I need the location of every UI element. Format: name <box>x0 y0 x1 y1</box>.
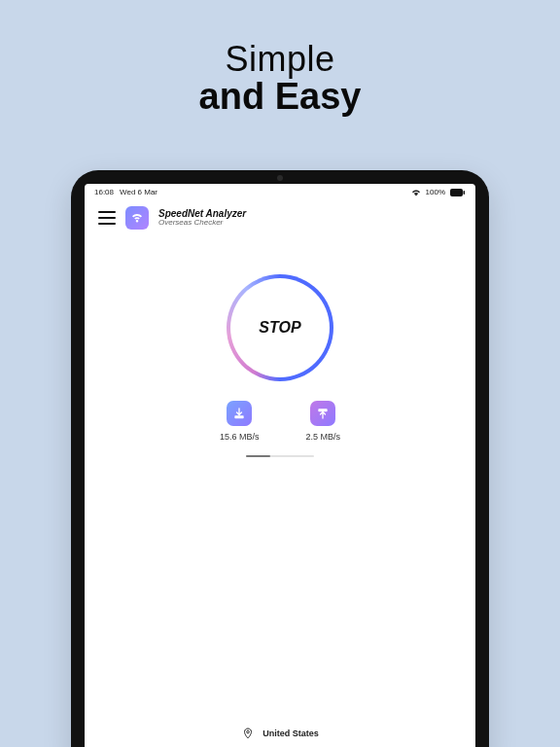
upload-icon <box>310 401 335 426</box>
promo-line1: Simple <box>0 39 560 80</box>
menu-button[interactable] <box>98 211 116 225</box>
location-row[interactable]: United States <box>241 727 319 740</box>
app-subtitle: Overseas Checker <box>158 219 246 228</box>
wifi-icon <box>411 189 421 196</box>
main-area: STOP 15.6 MB/s 2.5 MB/s <box>85 235 475 747</box>
status-battery: 100% <box>426 188 445 196</box>
progress-indicator <box>246 455 314 457</box>
stop-label: STOP <box>259 319 300 337</box>
promo-title: Simple and Easy <box>0 0 560 118</box>
location-label: United States <box>262 729 319 738</box>
device-screen: 16:08 Wed 6 Mar 100% SpeedNet Ana <box>85 184 475 747</box>
device-camera <box>277 175 283 181</box>
status-date: Wed 6 Mar <box>120 188 158 196</box>
promo-line2: and Easy <box>0 76 560 118</box>
status-time: 16:08 <box>94 188 114 196</box>
download-speed-item: 15.6 MB/s <box>220 401 260 442</box>
app-titles: SpeedNet Analyzer Overseas Checker <box>158 208 246 228</box>
footer-area: United States Choose server <box>237 727 324 747</box>
svg-rect-0 <box>450 189 463 196</box>
speed-row: 15.6 MB/s 2.5 MB/s <box>220 401 340 442</box>
app-logo-icon <box>125 206 149 230</box>
location-pin-icon <box>241 727 255 740</box>
battery-icon <box>450 189 466 196</box>
stop-button[interactable]: STOP <box>227 274 333 381</box>
status-bar: 16:08 Wed 6 Mar 100% <box>85 184 475 198</box>
download-icon <box>227 401 252 426</box>
upload-speed-item: 2.5 MB/s <box>306 401 341 442</box>
upload-speed-value: 2.5 MB/s <box>306 432 341 442</box>
svg-rect-1 <box>464 191 466 195</box>
device-frame: 16:08 Wed 6 Mar 100% SpeedNet Ana <box>71 170 489 747</box>
download-speed-value: 15.6 MB/s <box>220 432 260 442</box>
app-header: SpeedNet Analyzer Overseas Checker <box>85 198 475 235</box>
